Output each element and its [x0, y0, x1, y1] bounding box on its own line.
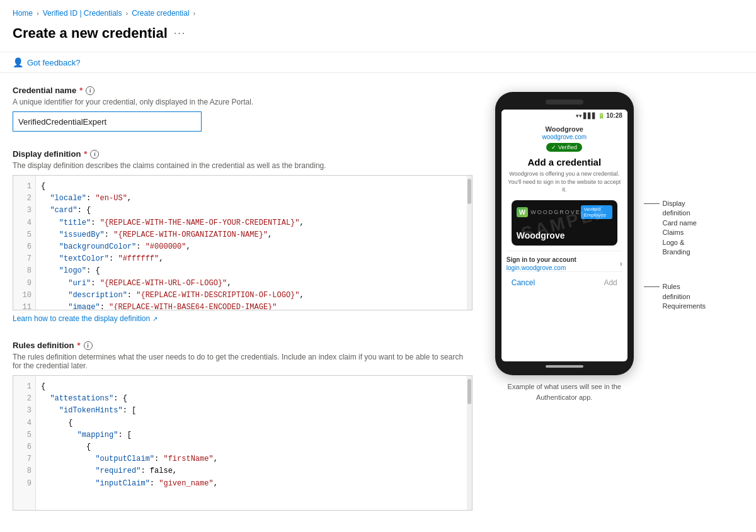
- rules-def-code[interactable]: { "attestations": { "idTokenHints": [ { …: [36, 376, 472, 510]
- phone-notch: [546, 99, 583, 105]
- status-icons: ▾▾ ▋▋▋ 🔋 10:28: [576, 112, 622, 119]
- display-definition-editor[interactable]: 12345 67891011 { "locale": "en-US", "car…: [13, 175, 472, 310]
- signin-section: Sign in to your account login.woodgrove.…: [507, 251, 622, 271]
- feedback-bar[interactable]: 👤 Got feedback?: [0, 52, 756, 73]
- credential-name-info-icon[interactable]: i: [86, 86, 94, 95]
- rules-definition-label: Rules definition * i: [13, 341, 472, 350]
- display-def-line-numbers: 12345 67891011: [13, 176, 36, 310]
- phone-status-bar: ▾▾ ▋▋▋ 🔋 10:28: [501, 110, 627, 120]
- credential-name-description: A unique identifier for your credential,…: [13, 98, 472, 106]
- signin-title: Sign in to your account: [507, 256, 576, 263]
- add-credential-title: Add a credential: [507, 157, 622, 167]
- rules-def-line-numbers: 12345 6789: [13, 376, 36, 510]
- battery-icon: 🔋: [598, 113, 605, 119]
- display-def-required-star: *: [84, 149, 87, 159]
- company-url: woodgrove.com: [507, 133, 622, 140]
- annotation-text-display: Display definition Card name Claims Logo…: [660, 199, 697, 257]
- logo-w: W: [517, 207, 528, 217]
- credential-name-label: Credential name * i: [13, 86, 472, 95]
- verified-badge-container: ✓ Verified: [507, 143, 622, 152]
- rules-definition-editor[interactable]: 12345 6789 { "attestations": { "idTokenH…: [13, 375, 472, 511]
- breadcrumb: Home › Verified ID | Credentials › Creat…: [0, 0, 756, 23]
- rules-def-scrollbar[interactable]: [467, 376, 472, 510]
- signin-link: login.woodgrove.com: [507, 264, 576, 271]
- credential-card: W WOODGROVE Verified Employee Woodgrove …: [512, 200, 617, 246]
- annotation-display-def: Display definition Card name Claims Logo…: [644, 199, 706, 257]
- breadcrumb-sep-3: ›: [193, 9, 196, 17]
- preview-section: ▾▾ ▋▋▋ 🔋 10:28 Woodgrove woodgrove.com: [491, 86, 706, 528]
- phone-screen: ▾▾ ▋▋▋ 🔋 10:28 Woodgrove woodgrove.com: [501, 110, 627, 361]
- display-def-scrollbar[interactable]: [467, 176, 472, 310]
- breadcrumb-sep-1: ›: [37, 9, 39, 17]
- verified-pill: ✓ Verified: [546, 143, 582, 152]
- company-name: Woodgrove: [507, 125, 622, 133]
- annotation-rules-def: Rules definition Requirements: [644, 282, 706, 311]
- display-def-code[interactable]: { "locale": "en-US", "card": { "title": …: [36, 176, 472, 310]
- phone-app-content: Woodgrove woodgrove.com ✓ Verified Add a…: [501, 120, 627, 296]
- card-logo: W WOODGROVE: [517, 207, 581, 217]
- rules-def-info-icon[interactable]: i: [84, 341, 93, 350]
- rules-def-required-star: *: [77, 341, 81, 350]
- annotation-text-rules: Rules definition Requirements: [660, 282, 706, 311]
- signin-arrow-icon: ›: [620, 259, 622, 268]
- preview-caption: Example of what users will see in the Au…: [491, 382, 638, 402]
- external-link-icon: ↗: [152, 315, 158, 322]
- rules-definition-description: The rules definition determines what the…: [13, 353, 472, 370]
- display-definition-group: Display definition * i The display defin…: [13, 149, 472, 323]
- add-credential-desc: Woodgrove is offering you a new credenti…: [507, 170, 622, 194]
- main-layout: Credential name * i A unique identifier …: [0, 73, 756, 532]
- display-definition-description: The display definition describes the cla…: [13, 161, 472, 170]
- page-title-menu-button[interactable]: ···: [174, 28, 186, 39]
- breadcrumb-create-credential[interactable]: Create credential: [132, 9, 189, 18]
- phone-action-buttons: Cancel Add: [507, 271, 622, 291]
- annotation-line-rules: [644, 286, 660, 287]
- required-star: *: [79, 86, 83, 95]
- card-badge: Verified Employee: [581, 205, 612, 219]
- breadcrumb-sep-2: ›: [126, 9, 129, 17]
- card-brand-row: W WOODGROVE Verified Employee: [517, 205, 612, 219]
- wifi-icon: ▾▾: [576, 113, 582, 119]
- card-holder-name: Woodgrove: [517, 230, 612, 241]
- credential-name-input[interactable]: [13, 111, 202, 132]
- breadcrumb-home[interactable]: Home: [13, 9, 33, 18]
- phone-cancel-button[interactable]: Cancel: [512, 278, 535, 287]
- phone-add-button[interactable]: Add: [604, 278, 617, 287]
- page-title: Create a new credential: [13, 25, 168, 42]
- display-def-info-icon[interactable]: i: [90, 150, 99, 159]
- logo-text: WOODGROVE: [530, 209, 581, 215]
- phone-preview-container: ▾▾ ▋▋▋ 🔋 10:28 Woodgrove woodgrove.com: [491, 92, 638, 402]
- annotation-line-display: [644, 203, 660, 204]
- breadcrumb-verified-id[interactable]: Verified ID | Credentials: [43, 9, 122, 18]
- preview-with-annotations: ▾▾ ▋▋▋ 🔋 10:28 Woodgrove woodgrove.com: [491, 86, 706, 402]
- page-title-row: Create a new credential ···: [0, 23, 756, 52]
- rules-definition-group: Rules definition * i The rules definitio…: [13, 341, 472, 511]
- credential-name-group: Credential name * i A unique identifier …: [13, 86, 472, 132]
- signal-icon: ▋▋▋: [583, 113, 597, 119]
- phone-home-bar: [546, 365, 583, 368]
- feedback-label[interactable]: Got feedback?: [27, 58, 81, 67]
- learn-display-definition-link[interactable]: Learn how to create the display definiti…: [13, 314, 158, 323]
- annotations-container: Display definition Card name Claims Logo…: [638, 86, 706, 331]
- status-time-right: 10:28: [606, 112, 622, 119]
- phone-frame: ▾▾ ▋▋▋ 🔋 10:28 Woodgrove woodgrove.com: [495, 92, 634, 375]
- display-definition-label: Display definition * i: [13, 149, 472, 159]
- feedback-icon: 👤: [13, 57, 23, 67]
- form-section: Credential name * i A unique identifier …: [13, 86, 491, 528]
